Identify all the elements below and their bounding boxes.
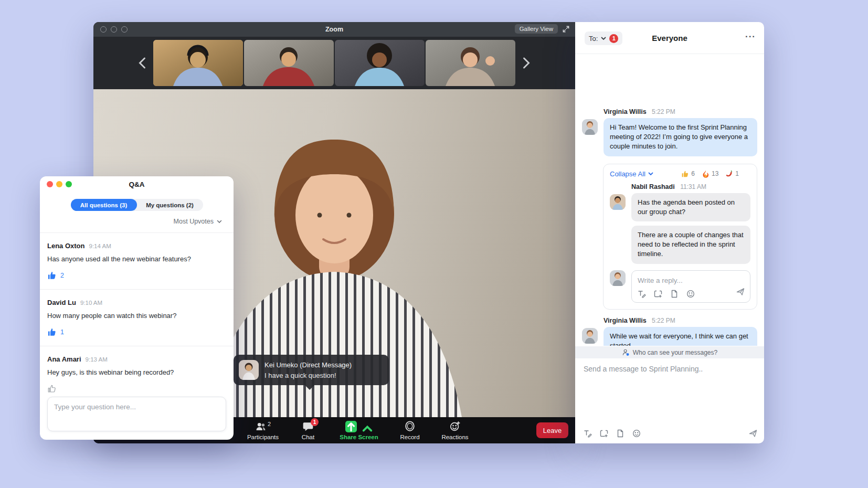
- record-icon: [404, 421, 416, 432]
- thumbs-up-icon: [681, 170, 689, 178]
- send-icon[interactable]: [736, 288, 745, 298]
- avatar: [610, 194, 626, 210]
- participant-video-4[interactable]: [426, 40, 515, 86]
- message-time: 5:22 PM: [652, 317, 675, 324]
- thumbs-up-reaction[interactable]: 6: [681, 170, 695, 178]
- question-time: 9:14 AM: [89, 243, 111, 249]
- thumbs-up-icon: [47, 327, 57, 337]
- file-icon[interactable]: [670, 290, 679, 298]
- message-visibility-link[interactable]: Who can see your messages?: [575, 346, 764, 358]
- message-bubble: Hi Team! Welcome to the first Sprint Pla…: [604, 118, 757, 156]
- tab-all-questions[interactable]: All questions (3): [71, 199, 137, 211]
- gallery-view-button[interactable]: Gallery View: [515, 24, 558, 34]
- format-text-icon[interactable]: [584, 429, 592, 438]
- chat-message: Virginia Willis 5:22 PM While we wait fo…: [582, 317, 757, 346]
- file-icon[interactable]: [616, 429, 624, 438]
- window-title: Zoom: [93, 26, 575, 33]
- chevron-down-icon: [217, 220, 222, 224]
- upvote-count: 1: [60, 328, 64, 336]
- participant-video-2[interactable]: [244, 40, 334, 86]
- question-item: David Lu9:10 AM How many people can watc…: [40, 289, 234, 346]
- chat-button[interactable]: 1 Chat: [290, 421, 326, 440]
- question-item: Ana Amari9:13 AM Hey guys, is this webin…: [40, 346, 234, 402]
- reply-input-box: [631, 270, 750, 303]
- window-titlebar: Zoom Gallery View: [93, 22, 575, 37]
- dm-sender: Kei Umeko (Direct Message): [264, 361, 352, 369]
- reactions-button[interactable]: Reactions: [437, 421, 473, 440]
- share-options-icon[interactable]: [362, 423, 373, 434]
- pepper-icon: [725, 170, 733, 178]
- format-text-icon[interactable]: [638, 290, 646, 298]
- message-bubble: Has the agenda been posted on our group …: [631, 193, 750, 221]
- question-time: 9:10 AM: [80, 300, 102, 306]
- fire-icon: [702, 170, 710, 178]
- participant-video-1[interactable]: [153, 40, 243, 86]
- screenshot-icon[interactable]: [600, 429, 608, 438]
- message-time: 5:22 PM: [652, 108, 675, 115]
- person-icon: [622, 348, 630, 356]
- thumbs-up-icon: [47, 271, 57, 280]
- message-bubble: While we wait for everyone, I think we c…: [604, 327, 757, 346]
- composer-toolbar: [584, 429, 757, 438]
- sender-name: Virginia Willis: [604, 317, 647, 324]
- collapse-all-button[interactable]: Collapse All: [610, 170, 653, 178]
- gallery-prev-icon[interactable]: [136, 57, 148, 69]
- record-button[interactable]: Record: [391, 421, 428, 440]
- upvote-button[interactable]: 2: [47, 271, 226, 280]
- chevron-down-icon: [648, 172, 653, 176]
- video-gallery-strip: [93, 37, 575, 89]
- sender-name: Virginia Willis: [604, 108, 647, 115]
- desktop-background: Zoom Gallery View: [0, 0, 868, 488]
- participants-icon: [255, 421, 267, 432]
- chat-recipient-title: Everyone: [575, 34, 764, 43]
- thread-message: Nabil Rashadi 11:31 AM Has the agenda be…: [610, 183, 750, 264]
- question-text: Hey guys, is this webinar being recorded…: [47, 368, 226, 376]
- question-list: Lena Oxton9:14 AM Has anyone used all th…: [40, 232, 234, 402]
- qa-window-title: Q&A: [40, 181, 234, 188]
- reply-input[interactable]: [638, 277, 744, 284]
- tab-my-questions[interactable]: My questions (2): [137, 199, 203, 211]
- avatar: [582, 119, 598, 135]
- emoji-icon[interactable]: [632, 429, 641, 438]
- leave-button[interactable]: Leave: [536, 422, 568, 438]
- gallery-next-icon[interactable]: [521, 57, 532, 69]
- message-time: 11:31 AM: [680, 183, 706, 190]
- question-author: David Lu: [47, 299, 76, 306]
- message-bubble: There are a couple of changes that need …: [631, 226, 750, 264]
- participants-button[interactable]: 2 Participants: [245, 421, 281, 440]
- question-item: Lena Oxton9:14 AM Has anyone used all th…: [40, 232, 234, 289]
- question-input[interactable]: [47, 397, 226, 431]
- participant-video-3[interactable]: [335, 40, 425, 86]
- qa-window: Q&A All questions (3) My questions (2) M…: [40, 176, 234, 440]
- question-author: Lena Oxton: [47, 242, 85, 250]
- avatar: [610, 270, 626, 286]
- direct-message-notification[interactable]: Kei Umeko (Direct Message) I have a quic…: [234, 355, 389, 385]
- reactions-icon: [449, 421, 461, 432]
- fullscreen-icon[interactable]: [562, 25, 570, 33]
- emoji-icon[interactable]: [686, 290, 695, 298]
- chat-panel: To: 1 Everyone ··· Virginia Willis 5:22 …: [575, 22, 764, 443]
- participants-count: 2: [268, 421, 271, 427]
- pepper-reaction[interactable]: 1: [725, 170, 739, 178]
- qa-titlebar: Q&A: [40, 176, 234, 192]
- chat-message-input[interactable]: [584, 365, 756, 373]
- send-icon[interactable]: [749, 429, 757, 438]
- upvote-button[interactable]: [47, 384, 226, 394]
- avatar: [239, 360, 259, 380]
- share-screen-button[interactable]: Share Screen: [335, 421, 383, 440]
- sender-name: Nabil Rashadi: [631, 183, 675, 190]
- fire-reaction[interactable]: 13: [702, 170, 718, 178]
- screenshot-icon[interactable]: [654, 290, 662, 298]
- message-thread: Collapse All 6 13: [603, 164, 757, 310]
- chat-header: To: 1 Everyone ···: [575, 22, 764, 54]
- upvote-count: 2: [60, 272, 64, 279]
- thumbs-up-icon: [47, 384, 57, 394]
- sort-dropdown[interactable]: Most Upvotes: [40, 218, 222, 225]
- chat-composer: [584, 364, 756, 374]
- upvote-button[interactable]: 1: [47, 327, 226, 337]
- share-screen-icon: [345, 421, 357, 432]
- chat-badge: 1: [311, 418, 319, 426]
- qa-composer: [47, 397, 226, 433]
- chat-menu-icon[interactable]: ···: [745, 31, 756, 42]
- qa-tabs: All questions (3) My questions (2): [71, 199, 203, 211]
